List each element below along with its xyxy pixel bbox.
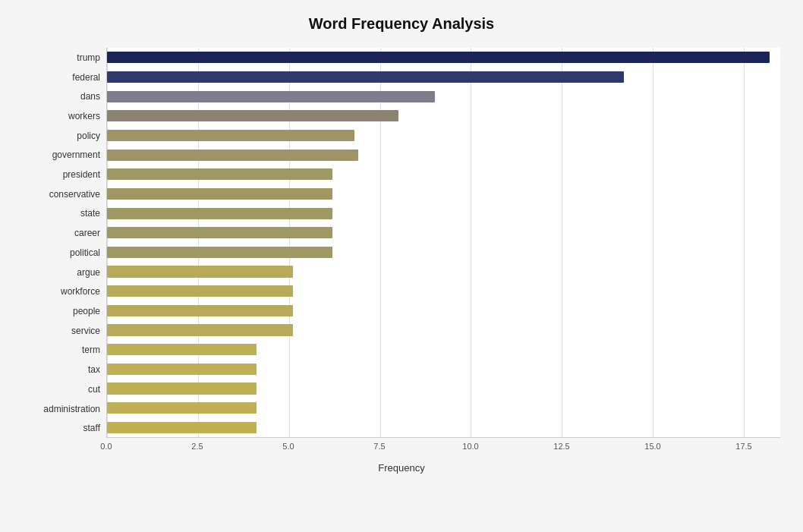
bars-section: trumpfederaldansworkerspolicygovernmentp… [23, 48, 780, 438]
x-tick: 2.5 [191, 442, 203, 451]
x-tick: 7.5 [373, 442, 385, 451]
bar [107, 247, 332, 258]
bar-row [107, 165, 780, 184]
y-label: conservative [23, 184, 106, 204]
bar-row [107, 243, 780, 263]
bar-row [107, 340, 780, 360]
bar [107, 422, 257, 433]
y-label: term [23, 341, 106, 360]
bar-row [107, 262, 780, 282]
plot-area [106, 48, 780, 438]
y-label: workers [23, 106, 106, 126]
y-label: government [23, 146, 106, 165]
bar-row [107, 301, 780, 321]
x-tick: 0.0 [100, 442, 112, 451]
y-labels: trumpfederaldansworkerspolicygovernmentp… [23, 48, 106, 438]
bar-row [107, 203, 780, 223]
bar [107, 266, 293, 277]
bar [107, 168, 332, 180]
y-label: policy [23, 126, 106, 146]
y-label: political [23, 243, 106, 263]
y-label: president [23, 165, 106, 184]
bar [107, 227, 332, 238]
y-label: argue [23, 263, 106, 282]
bar [107, 402, 257, 414]
bar-row [107, 379, 780, 398]
x-axis-label: Frequency [23, 462, 780, 474]
bar-row [107, 106, 780, 126]
bar-row [107, 360, 780, 379]
bar-row [107, 417, 780, 437]
bar [107, 130, 354, 141]
y-label: service [23, 321, 106, 341]
bar-row [107, 184, 780, 204]
bar [107, 208, 332, 219]
chart-container: Word Frequency Analysis trumpfederaldans… [0, 0, 803, 532]
bar [107, 364, 257, 375]
x-tick: 5.0 [282, 442, 294, 451]
x-tick: 10.0 [462, 442, 478, 451]
y-label: career [23, 223, 106, 243]
bar-row [107, 282, 780, 301]
bar-row [107, 48, 780, 68]
chart-area: trumpfederaldansworkerspolicygovernmentp… [23, 48, 780, 474]
y-label: workforce [23, 282, 106, 301]
bar [107, 150, 358, 161]
bar [107, 305, 293, 316]
bar-row [107, 223, 780, 243]
bar-row [107, 126, 780, 146]
chart-title: Word Frequency Analysis [23, 15, 780, 33]
y-label: administration [23, 399, 106, 419]
bar [107, 71, 624, 83]
x-tick: 17.5 [735, 442, 751, 451]
bar-row [107, 145, 780, 165]
bar [107, 382, 257, 394]
x-axis: 0.02.55.07.510.012.515.017.5 [106, 438, 780, 461]
y-label: tax [23, 360, 106, 379]
bar [107, 110, 398, 121]
y-label: federal [23, 68, 106, 87]
y-label: state [23, 204, 106, 224]
bar-row [107, 87, 780, 106]
bar [107, 285, 293, 297]
y-label: trump [23, 48, 106, 68]
y-label: people [23, 301, 106, 321]
bar-row [107, 320, 780, 340]
bar [107, 91, 435, 102]
x-tick: 15.0 [644, 442, 660, 451]
x-tick: 12.5 [553, 442, 569, 451]
bar [107, 52, 770, 63]
bar [107, 324, 293, 335]
bar [107, 344, 257, 355]
bar-row [107, 398, 780, 418]
y-label: cut [23, 379, 106, 399]
y-label: staff [23, 418, 106, 438]
bar-row [107, 68, 780, 87]
y-label: dans [23, 87, 106, 106]
bar [107, 188, 332, 200]
